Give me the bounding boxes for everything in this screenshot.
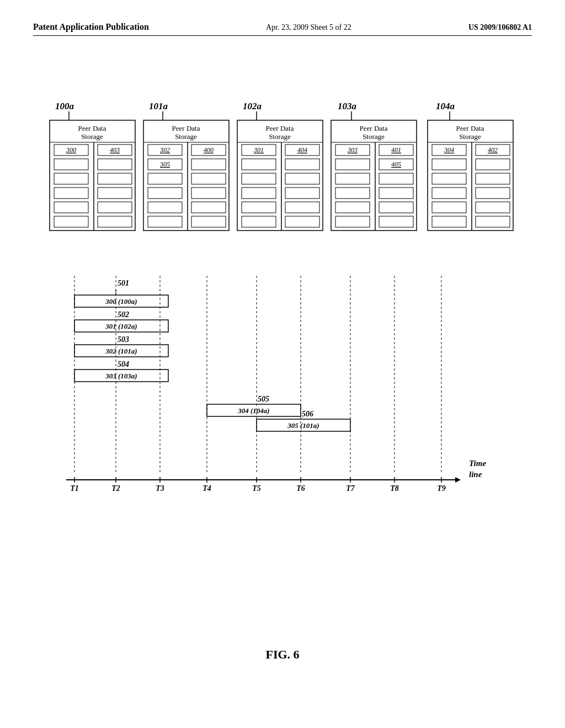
svg-text:Peer Data: Peer Data [360, 124, 388, 132]
svg-rect-80 [335, 173, 370, 184]
svg-rect-77 [335, 159, 370, 170]
svg-rect-22 [98, 173, 132, 184]
svg-rect-65 [285, 202, 319, 213]
svg-text:103a: 103a [338, 101, 357, 111]
svg-rect-25 [54, 202, 88, 213]
svg-rect-24 [98, 188, 132, 199]
svg-rect-101 [432, 188, 466, 199]
svg-text:303 (103a): 303 (103a) [105, 372, 137, 380]
svg-rect-46 [191, 202, 226, 213]
svg-rect-40 [191, 159, 226, 170]
svg-text:506: 506 [302, 410, 313, 418]
svg-text:402: 402 [488, 146, 498, 154]
svg-rect-60 [242, 173, 276, 184]
svg-text:101a: 101a [149, 101, 168, 111]
svg-text:Time: Time [469, 459, 486, 468]
svg-rect-21 [54, 173, 88, 184]
svg-text:Storage: Storage [269, 132, 291, 141]
svg-rect-106 [476, 216, 510, 227]
svg-rect-104 [476, 202, 510, 213]
svg-text:400: 400 [204, 146, 214, 154]
svg-text:104a: 104a [436, 101, 455, 111]
svg-text:301 (102a): 301 (102a) [105, 322, 137, 330]
svg-text:301: 301 [253, 146, 264, 154]
svg-text:Peer Data: Peer Data [266, 124, 294, 132]
svg-rect-86 [335, 216, 370, 227]
svg-rect-20 [98, 159, 132, 170]
svg-text:404: 404 [297, 146, 307, 154]
svg-rect-103 [432, 202, 466, 213]
header-center: Apr. 23, 2009 Sheet 5 of 22 [266, 23, 351, 32]
svg-text:100a: 100a [55, 101, 74, 111]
svg-marker-136 [455, 477, 461, 483]
svg-text:504: 504 [118, 360, 129, 368]
svg-rect-105 [432, 216, 466, 227]
svg-rect-63 [285, 188, 319, 199]
svg-text:304: 304 [444, 146, 454, 154]
svg-rect-58 [242, 159, 276, 170]
svg-text:102a: 102a [243, 101, 262, 111]
svg-text:305: 305 [159, 160, 170, 168]
svg-text:T7: T7 [346, 484, 355, 493]
svg-text:502: 502 [118, 311, 129, 319]
svg-text:Storage: Storage [175, 132, 197, 141]
svg-text:line: line [469, 470, 482, 479]
svg-text:T1: T1 [70, 484, 79, 493]
svg-rect-84 [335, 202, 370, 213]
timeline-svg: 501 300 (100a) 502 301 (102a) 503 302 (1… [44, 270, 519, 563]
svg-text:T2: T2 [111, 484, 120, 493]
figure-label: FIG. 6 [265, 647, 299, 661]
figure-caption: FIG. 6 [0, 647, 565, 662]
svg-rect-19 [54, 159, 88, 170]
svg-rect-82 [335, 188, 370, 199]
svg-rect-48 [191, 216, 226, 227]
svg-rect-41 [148, 173, 182, 184]
svg-text:505: 505 [258, 395, 269, 403]
svg-rect-62 [242, 188, 276, 199]
svg-text:503: 503 [118, 335, 129, 344]
svg-rect-100 [476, 173, 510, 184]
svg-text:T6: T6 [296, 484, 305, 493]
svg-rect-27 [54, 216, 88, 227]
peer-storage-diagram: 100a 101a 102a 103a 104a Peer Data Stora… [44, 99, 519, 243]
svg-rect-66 [242, 216, 276, 227]
svg-rect-23 [54, 188, 88, 199]
svg-text:300: 300 [66, 146, 76, 154]
svg-rect-59 [285, 159, 319, 170]
svg-rect-87 [379, 216, 413, 227]
svg-rect-26 [98, 202, 132, 213]
svg-text:Peer Data: Peer Data [172, 124, 200, 132]
svg-rect-83 [379, 188, 413, 199]
svg-text:304 (104a): 304 (104a) [237, 406, 269, 415]
svg-text:303: 303 [347, 146, 358, 154]
svg-text:Storage: Storage [81, 132, 103, 141]
svg-rect-28 [98, 216, 132, 227]
svg-rect-102 [476, 188, 510, 199]
svg-text:300 (100a): 300 (100a) [105, 297, 137, 306]
svg-rect-45 [148, 202, 182, 213]
svg-rect-85 [379, 202, 413, 213]
svg-rect-97 [432, 159, 466, 170]
svg-rect-67 [285, 216, 319, 227]
svg-text:401: 401 [391, 146, 401, 154]
header-right: US 2009/106802 A1 [468, 23, 532, 32]
svg-text:Storage: Storage [459, 132, 481, 141]
svg-text:T9: T9 [437, 484, 446, 493]
svg-text:T8: T8 [390, 484, 399, 493]
timeline-diagram: 501 300 (100a) 502 301 (102a) 503 302 (1… [44, 270, 521, 565]
svg-text:T5: T5 [252, 484, 261, 493]
svg-rect-98 [476, 159, 510, 170]
page-header: Patent Application Publication Apr. 23, … [33, 22, 532, 36]
svg-rect-99 [432, 173, 466, 184]
svg-text:501: 501 [118, 279, 129, 287]
svg-text:Storage: Storage [363, 132, 385, 141]
svg-rect-47 [148, 216, 182, 227]
svg-text:302: 302 [159, 146, 170, 154]
svg-text:T3: T3 [156, 484, 164, 493]
top-diagram: 100a 101a 102a 103a 104a Peer Data Stora… [44, 99, 521, 243]
svg-text:403: 403 [110, 146, 120, 154]
svg-text:405: 405 [391, 160, 401, 168]
svg-text:305 (101a): 305 (101a) [287, 421, 319, 430]
svg-rect-64 [242, 202, 276, 213]
svg-text:Peer Data: Peer Data [78, 124, 106, 132]
